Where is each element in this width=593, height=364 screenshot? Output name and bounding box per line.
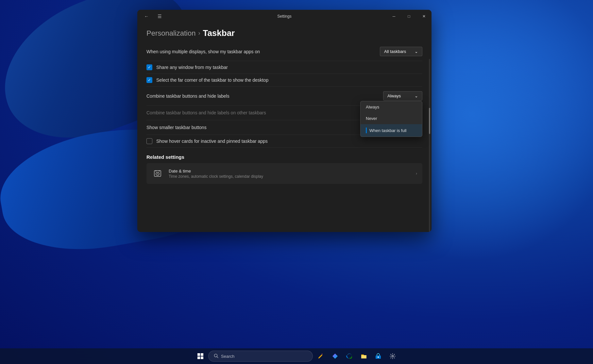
scrollbar-track xyxy=(429,59,430,232)
multiple-displays-label: When using multiple displays, show my ta… xyxy=(146,49,260,54)
taskbar-pencil-tools[interactable] xyxy=(314,350,327,363)
titlebar-nav: ← ☰ xyxy=(141,11,165,22)
far-corner-row: ✓ Select the far corner of the taskbar t… xyxy=(146,74,422,87)
taskbar-search-icon xyxy=(214,354,218,359)
taskbar-file-explorer[interactable] xyxy=(357,350,370,363)
minimize-button[interactable]: ─ xyxy=(386,10,401,23)
far-corner-checkbox[interactable]: ✓ xyxy=(146,77,152,83)
combine-other-label: Combine taskbar buttons and hide labels … xyxy=(146,110,266,115)
combine-chevron-icon: ⌄ xyxy=(415,93,418,98)
selected-indicator xyxy=(366,127,367,133)
related-settings-section: Related settings Date & time Time zones,… xyxy=(146,148,422,184)
datetime-chevron-icon: › xyxy=(416,171,417,176)
dropdown-always-label: Always xyxy=(366,105,379,109)
svg-rect-4 xyxy=(197,353,200,356)
breadcrumb: Personalization › Taskbar xyxy=(146,28,422,38)
back-button[interactable]: ← xyxy=(141,11,152,22)
taskbar-search-text: Search xyxy=(221,354,234,359)
dropdown-option-when-full[interactable]: When taskbar is full xyxy=(361,124,422,137)
settings-window: ← ☰ Settings ─ □ ✕ Personalization › Tas… xyxy=(137,10,432,232)
hover-cards-label: Show hover cards for inactive and pinned… xyxy=(156,139,268,144)
svg-rect-6 xyxy=(197,356,200,359)
dropdown-option-always[interactable]: Always xyxy=(361,101,422,113)
close-button[interactable]: ✕ xyxy=(416,10,432,23)
combine-dropdown-menu: Always Never When taskbar is full xyxy=(360,101,422,137)
taskbar-edge[interactable] xyxy=(343,350,356,363)
svg-rect-7 xyxy=(201,356,203,359)
breadcrumb-separator: › xyxy=(198,30,200,37)
breadcrumb-current: Taskbar xyxy=(203,28,235,38)
share-window-row: ✓ Share any window from my taskbar xyxy=(146,61,422,74)
window-titlebar: ← ☰ Settings ─ □ ✕ xyxy=(137,10,432,23)
taskbar-microsoft-store[interactable] xyxy=(372,350,385,363)
multiple-displays-dropdown[interactable]: All taskbars ⌄ xyxy=(380,47,422,56)
svg-point-11 xyxy=(378,356,379,358)
window-title: Settings xyxy=(277,14,291,19)
multiple-displays-value: All taskbars xyxy=(384,49,406,54)
taskbar-search[interactable]: Search xyxy=(208,351,313,362)
breadcrumb-parent[interactable]: Personalization xyxy=(146,29,195,38)
hover-cards-checkbox[interactable] xyxy=(146,138,152,144)
combine-buttons-row: Combine taskbar buttons and hide labels … xyxy=(146,87,422,106)
share-window-label: Share any window from my taskbar xyxy=(156,65,228,70)
breadcrumb-area: Personalization › Taskbar xyxy=(137,23,432,42)
taskbar-settings-app[interactable] xyxy=(386,350,399,363)
window-controls: ─ □ ✕ xyxy=(386,10,432,23)
taskbar-center: Search xyxy=(194,350,399,363)
multiple-displays-chevron-icon: ⌄ xyxy=(415,49,418,54)
dropdown-option-never[interactable]: Never xyxy=(361,113,422,124)
dropdown-never-label: Never xyxy=(366,116,377,121)
multiple-displays-row: When using multiple displays, show my ta… xyxy=(146,42,422,61)
far-corner-label: Select the far corner of the taskbar to … xyxy=(156,77,268,83)
share-window-checkbox[interactable]: ✓ xyxy=(146,64,152,70)
taskbar-copilot[interactable] xyxy=(329,350,342,363)
combine-buttons-dropdown[interactable]: Always ⌄ xyxy=(383,91,422,101)
datetime-description: Time zones, automatic clock settings, ca… xyxy=(169,174,263,179)
combine-buttons-label: Combine taskbar buttons and hide labels xyxy=(146,93,229,99)
datetime-text: Date & time Time zones, automatic clock … xyxy=(169,169,263,179)
datetime-title: Date & time xyxy=(169,169,263,174)
dropdown-when-full-label: When taskbar is full xyxy=(369,128,406,133)
svg-line-9 xyxy=(217,356,218,358)
related-settings-title: Related settings xyxy=(146,148,422,163)
datetime-icon xyxy=(152,168,163,179)
maximize-button[interactable]: □ xyxy=(401,10,416,23)
taskbar: Search xyxy=(0,348,593,364)
svg-rect-5 xyxy=(201,353,203,356)
related-item-datetime[interactable]: Date & time Time zones, automatic clock … xyxy=(146,163,422,184)
start-button[interactable] xyxy=(194,350,207,363)
smaller-buttons-label: Show smaller taskbar buttons xyxy=(146,125,207,130)
svg-point-12 xyxy=(392,356,394,357)
scrollbar-thumb[interactable] xyxy=(429,108,430,134)
combine-buttons-value: Always xyxy=(387,93,401,98)
content-area: When using multiple displays, show my ta… xyxy=(137,42,432,228)
menu-button[interactable]: ☰ xyxy=(154,11,165,22)
